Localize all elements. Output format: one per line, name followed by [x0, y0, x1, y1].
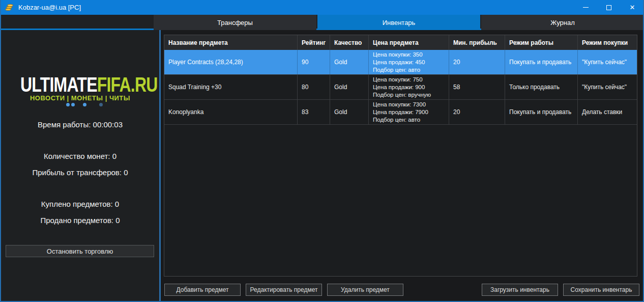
price-buy: Цена покупки: 750 [373, 76, 423, 84]
cell-quality: Gold [330, 50, 369, 74]
logo-text-ultimate: ULTIMATE [20, 73, 97, 96]
cell-price: Цена покупки: 750 Цена продажи: 900 Подб… [369, 75, 449, 99]
tab-label: Трансферы [217, 19, 253, 26]
cell-buy-mode: "Купить сейчас" [578, 50, 637, 74]
cell-buy-mode: Делать ставки [578, 100, 637, 124]
logo-subtitle: НОВОСТИ | МОНЕТЫ | ЧИТЫ [1, 94, 159, 102]
dot-icon [71, 103, 75, 106]
stat-uptime: Время работы: 00:00:03 [1, 120, 159, 129]
dot-icon [99, 103, 103, 106]
cell-rating: 83 [298, 100, 330, 124]
cell-name: Konoplyanka [164, 100, 298, 124]
tab-journal[interactable]: Журнал [481, 15, 644, 30]
edit-item-button[interactable]: Редактировать предмет [246, 284, 322, 296]
tab-label: Журнал [550, 19, 574, 26]
tab-transfers[interactable]: Трансферы [154, 15, 316, 30]
tab-label: Инвентарь [383, 19, 416, 26]
coin-icon [7, 4, 13, 7]
column-header-price[interactable]: Цена предмета [369, 35, 449, 50]
window-title: Kobzar-ua@i.ua [PC] [18, 4, 81, 11]
minimize-icon [583, 7, 589, 8]
cell-rating: 80 [298, 75, 330, 99]
table-row[interactable]: Konoplyanka 83 Gold Цена покупки: 7300 Ц… [164, 100, 637, 125]
delete-item-button[interactable]: Удалить предмет [327, 284, 403, 296]
carousel-dots [66, 103, 107, 107]
cell-quality: Gold [330, 100, 369, 124]
tab-strip: Трансферы Инвентарь Журнал [0, 15, 644, 30]
cell-min-profit: 20 [449, 50, 505, 74]
price-sell: Цена продажи: 7900 [373, 108, 428, 116]
table-row[interactable]: Squad Training +30 80 Gold Цена покупки:… [164, 75, 637, 100]
logo-text-fifaru: FIFA.RU [97, 73, 158, 96]
stop-trading-button[interactable]: Остановить торговлю [6, 245, 154, 257]
cell-quality: Gold [330, 75, 369, 99]
price-sell: Цена продажи: 450 [373, 59, 425, 66]
cell-price: Цена покупки: 7300 Цена продажи: 7900 По… [369, 100, 449, 124]
cell-buy-mode: "Купить сейчас" [578, 75, 637, 99]
price-mode: Подбор цен: авто [373, 66, 420, 74]
maximize-icon [606, 5, 611, 10]
main-panel: Название предмета Рейтинг Качество Цена … [161, 30, 643, 301]
cell-price: Цена покупки: 350 Цена продажи: 450 Подб… [369, 50, 449, 74]
table-header: Название предмета Рейтинг Качество Цена … [164, 35, 637, 50]
close-button[interactable]: ✕ [621, 0, 644, 15]
logo: ULTIMATEFIFA.RU [1, 73, 159, 97]
price-sell: Цена продажи: 900 [373, 84, 425, 91]
tab-inventory[interactable]: Инвентарь [317, 15, 480, 30]
price-mode: Подбор цен: авто [373, 116, 420, 124]
price-buy: Цена покупки: 350 [373, 51, 423, 59]
price-mode: Подбор цен: вручную [373, 91, 431, 99]
cell-min-profit: 58 [449, 75, 505, 99]
cell-min-profit: 20 [449, 100, 505, 124]
title-bar: Kobzar-ua@i.ua [PC] ✕ [0, 0, 644, 15]
column-header-name[interactable]: Название предмета [164, 35, 298, 50]
cell-work-mode: Покупать и продавать [505, 50, 578, 74]
window-controls: ✕ [574, 0, 644, 15]
column-header-quality[interactable]: Качество [330, 35, 369, 50]
cell-work-mode: Только продавать [505, 75, 578, 99]
sidebar: ULTIMATEFIFA.RU НОВОСТИ | МОНЕТЫ | ЧИТЫ … [1, 30, 159, 301]
column-header-rating[interactable]: Рейтинг [298, 35, 330, 50]
cell-work-mode: Покупать и продавать [505, 100, 578, 124]
minimize-button[interactable] [574, 0, 597, 15]
load-inventory-button[interactable]: Загрузить инвентарь [482, 284, 558, 296]
cell-rating: 90 [298, 50, 330, 74]
column-header-work-mode[interactable]: Режим работы [505, 35, 578, 50]
inventory-table: Название предмета Рейтинг Качество Цена … [164, 35, 637, 277]
cell-name: Player Contracts (28,24,28) [164, 50, 298, 74]
app-window: Kobzar-ua@i.ua [PC] ✕ Трансферы Инвентар… [0, 0, 644, 302]
save-inventory-button[interactable]: Сохранить инвентарь [563, 284, 639, 296]
stat-items-sold: Продано предметов: 0 [1, 216, 159, 225]
cell-name: Squad Training +30 [164, 75, 298, 99]
maximize-button[interactable] [597, 0, 621, 15]
close-icon: ✕ [630, 4, 635, 11]
column-header-buy-mode[interactable]: Режим покупки [578, 35, 637, 50]
coins-app-icon [5, 4, 14, 12]
add-item-button[interactable]: Добавить предмет [164, 284, 241, 296]
stat-coins: Количество монет: 0 [1, 152, 159, 160]
stat-transfer-profit: Прибыль от трансферов: 0 [1, 168, 159, 177]
price-buy: Цена покупки: 7300 [373, 101, 426, 108]
column-header-min-profit[interactable]: Мин. прибыль [449, 35, 505, 50]
dot-icon [83, 103, 86, 106]
dot-icon [66, 103, 70, 106]
table-row[interactable]: Player Contracts (28,24,28) 90 Gold Цена… [164, 50, 637, 75]
tabs: Трансферы Инвентарь Журнал [154, 15, 644, 30]
stat-items-bought: Куплено предметов: 0 [1, 200, 159, 208]
